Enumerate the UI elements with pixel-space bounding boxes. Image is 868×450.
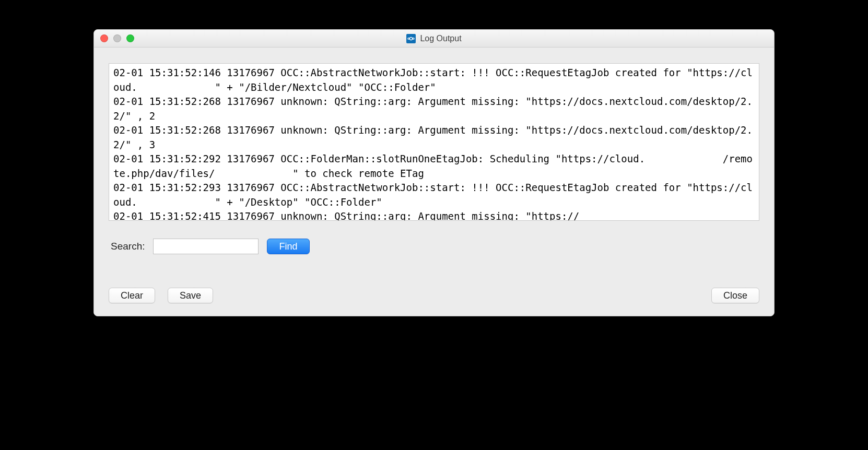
traffic-lights [100, 34, 134, 42]
find-button[interactable]: Find [267, 239, 309, 254]
window-content: 02-01 15:31:52:146 13176967 OCC::Abstrac… [94, 48, 774, 316]
nextcloud-icon [406, 34, 416, 43]
zoom-window-icon[interactable] [126, 34, 134, 42]
log-output-window: Log Output 02-01 15:31:52:146 13176967 O… [93, 29, 775, 316]
search-row: Search: Find [109, 239, 759, 254]
save-button[interactable]: Save [168, 288, 213, 303]
titlebar: Log Output [94, 30, 774, 48]
minimize-window-icon[interactable] [113, 34, 121, 42]
svg-point-1 [408, 38, 409, 39]
window-title: Log Output [420, 34, 461, 43]
clear-button[interactable]: Clear [109, 288, 155, 303]
svg-point-0 [410, 37, 413, 40]
log-text-area[interactable]: 02-01 15:31:52:146 13176967 OCC::Abstrac… [109, 63, 759, 221]
button-row: Clear Save Close [109, 288, 759, 303]
close-window-icon[interactable] [100, 34, 108, 42]
search-input[interactable] [153, 239, 259, 254]
search-label: Search: [111, 241, 145, 252]
svg-point-2 [413, 38, 415, 39]
close-button[interactable]: Close [711, 288, 759, 303]
